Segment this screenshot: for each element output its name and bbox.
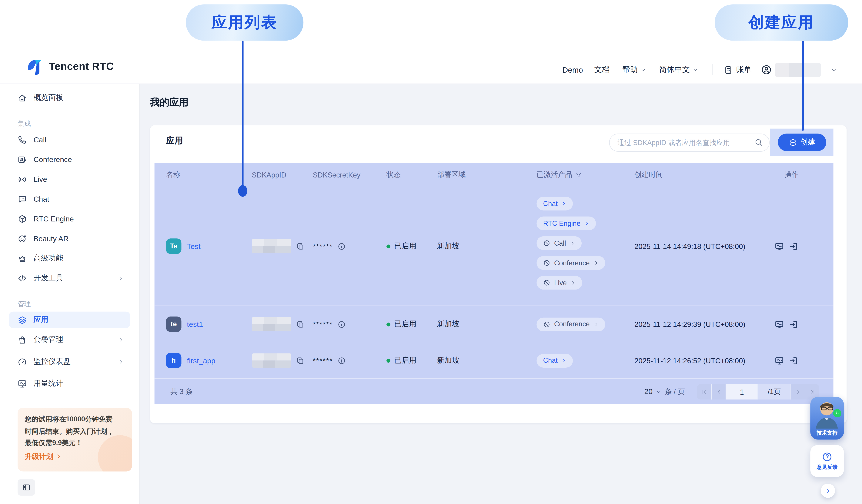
nav-billing[interactable]: $ 账单 bbox=[724, 62, 752, 78]
sidebar-item-overview[interactable]: 概览面板 bbox=[9, 90, 130, 106]
search-input[interactable] bbox=[609, 134, 770, 152]
plus-circle-icon bbox=[788, 138, 797, 147]
usage-stats-action-icon[interactable] bbox=[775, 356, 784, 365]
callout-line-endpoint-dot bbox=[238, 185, 247, 197]
product-tag-conference[interactable]: Conference bbox=[536, 317, 605, 331]
col-header-sdkappid: SDKAppID bbox=[252, 163, 286, 187]
sdkappid-redacted bbox=[252, 353, 291, 368]
current-page-input[interactable]: 1 bbox=[726, 384, 758, 399]
first-page-icon bbox=[701, 388, 707, 395]
nav-docs[interactable]: 文档 bbox=[594, 62, 610, 78]
filter-icon[interactable] bbox=[575, 171, 582, 178]
question-circle-icon bbox=[822, 451, 832, 462]
info-icon[interactable] bbox=[338, 320, 346, 328]
sidebar: 概览面板 集成 Call Conference Live Chat RTC En… bbox=[0, 83, 140, 504]
copy-icon[interactable] bbox=[296, 242, 304, 250]
first-page-button[interactable] bbox=[697, 384, 711, 399]
enter-app-action-icon[interactable] bbox=[789, 356, 798, 365]
sidebar-collapse-button[interactable] bbox=[17, 479, 35, 495]
tech-support-label: 技术支持 bbox=[810, 430, 844, 437]
app-name-link[interactable]: test1 bbox=[187, 320, 203, 328]
chevron-right-icon bbox=[118, 275, 123, 281]
next-page-button[interactable] bbox=[791, 384, 805, 399]
upgrade-plan-link[interactable]: 升级计划 bbox=[25, 451, 125, 461]
cube-icon bbox=[17, 214, 27, 224]
sidebar-item-call[interactable]: Call bbox=[9, 131, 130, 148]
secret-masked: ****** bbox=[313, 320, 333, 328]
table-header-row: 名称 SDKAppID SDKSecretKey 状态 部署区域 已激活产品 创… bbox=[155, 163, 834, 187]
product-tag-live[interactable]: Live bbox=[536, 276, 582, 290]
prev-page-button[interactable] bbox=[711, 384, 726, 399]
trial-text-line: 最低仅需9.9美元！ bbox=[25, 437, 125, 449]
product-tag-chat[interactable]: Chat bbox=[536, 197, 573, 211]
enter-app-action-icon[interactable] bbox=[789, 241, 798, 251]
copy-icon[interactable] bbox=[296, 356, 304, 364]
shopping-bag-icon bbox=[17, 335, 27, 344]
usage-stats-action-icon[interactable] bbox=[775, 241, 784, 251]
main-content: 我的应用 应用 创建 名称 SDKAppID SDKSecretKey 状态 bbox=[139, 83, 862, 504]
info-icon[interactable] bbox=[338, 242, 346, 250]
conference-icon bbox=[17, 155, 27, 164]
home-icon bbox=[17, 93, 27, 103]
widget-collapse-button[interactable] bbox=[821, 483, 835, 498]
nav-divider bbox=[712, 64, 713, 75]
info-icon[interactable] bbox=[338, 356, 346, 364]
nav-help[interactable]: 帮助 bbox=[622, 62, 646, 78]
bill-icon: $ bbox=[724, 65, 733, 75]
live-broadcast-icon bbox=[17, 174, 27, 184]
callout-app-list: 应用列表 bbox=[186, 4, 303, 41]
account-menu-toggle[interactable] bbox=[831, 62, 837, 78]
product-tag-chat[interactable]: Chat bbox=[536, 354, 573, 368]
sidebar-item-conference[interactable]: Conference bbox=[9, 151, 130, 168]
sidebar-item-monitoring-dashboard[interactable]: 监控仪表盘 bbox=[9, 353, 130, 370]
user-avatar[interactable] bbox=[761, 62, 772, 78]
table-row: Te Test ****** 已启用 新加坡 bbox=[155, 187, 834, 306]
usage-monitor-icon bbox=[17, 379, 27, 388]
nav-demo[interactable]: Demo bbox=[562, 62, 583, 78]
sidebar-item-plan-management[interactable]: 套餐管理 bbox=[9, 331, 130, 348]
chevron-right-icon bbox=[571, 280, 576, 285]
app-name-link[interactable]: Test bbox=[187, 242, 200, 250]
brand-logo[interactable]: Tencent RTC bbox=[25, 58, 114, 75]
region-value: 新加坡 bbox=[437, 241, 459, 251]
sidebar-item-rtc-engine[interactable]: RTC Engine bbox=[9, 211, 130, 227]
secret-masked: ****** bbox=[313, 356, 333, 364]
sidebar-item-dev-tools[interactable]: 开发工具 bbox=[9, 270, 130, 286]
svg-text:$: $ bbox=[729, 69, 731, 73]
sidebar-item-beauty-ar[interactable]: Beauty AR bbox=[9, 230, 130, 247]
product-tag-conference[interactable]: Conference bbox=[536, 256, 605, 270]
chevron-right-icon bbox=[593, 261, 598, 265]
feedback-widget[interactable]: 意见反馈 bbox=[810, 445, 844, 477]
prohibit-icon bbox=[543, 321, 550, 328]
col-header-sdksecretkey: SDKSecretKey bbox=[313, 163, 361, 187]
create-button[interactable]: 创建 bbox=[778, 134, 826, 151]
search-box bbox=[609, 134, 770, 152]
whatsapp-icon bbox=[832, 408, 842, 418]
tech-support-widget[interactable]: 技术支持 bbox=[810, 397, 844, 439]
usage-stats-action-icon[interactable] bbox=[775, 319, 784, 329]
sidebar-item-live[interactable]: Live bbox=[9, 171, 130, 187]
sidebar-item-advanced-features[interactable]: 高级功能 bbox=[9, 250, 130, 266]
chevron-right-icon bbox=[593, 322, 598, 327]
product-tag-rtc-engine[interactable]: RTC Engine bbox=[536, 216, 596, 230]
search-icon[interactable] bbox=[754, 138, 763, 147]
brand-name: Tencent RTC bbox=[49, 61, 114, 72]
enter-app-action-icon[interactable] bbox=[789, 319, 798, 329]
sdkappid-redacted bbox=[252, 239, 291, 253]
copy-icon[interactable] bbox=[296, 320, 304, 328]
app-name-link[interactable]: first_app bbox=[187, 356, 216, 364]
callout-line-app-list bbox=[242, 41, 244, 187]
total-pages-label: /1页 bbox=[757, 384, 791, 399]
pager: 1 /1页 bbox=[697, 384, 819, 399]
gauge-icon bbox=[17, 357, 27, 366]
status-badge: 已启用 bbox=[394, 319, 417, 329]
page-size-select[interactable]: 20 条 / 页 bbox=[644, 379, 685, 404]
product-tag-call[interactable]: Call bbox=[536, 236, 582, 250]
sidebar-item-applications[interactable]: 应用 bbox=[9, 311, 130, 328]
prohibit-icon bbox=[543, 279, 550, 286]
sidebar-item-usage-statistics[interactable]: 用量统计 bbox=[9, 375, 130, 392]
sidebar-item-chat[interactable]: Chat bbox=[9, 191, 130, 207]
col-header-created-time: 创建时间 bbox=[635, 163, 663, 187]
avatar-icon bbox=[761, 64, 772, 75]
nav-language[interactable]: 简体中文 bbox=[659, 62, 698, 78]
